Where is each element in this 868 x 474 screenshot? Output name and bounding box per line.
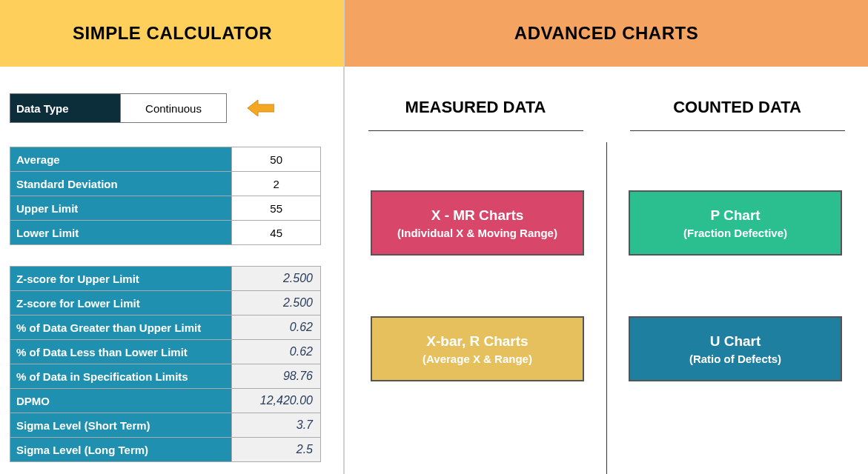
datatype-dropdown[interactable]: Continuous [121, 93, 227, 123]
pless-value: 0.62 [232, 340, 321, 364]
lower-limit-label: Lower Limit [10, 221, 232, 245]
p-title: P Chart [710, 207, 760, 224]
input-table: Average50 Standard Deviation2 Upper Limi… [10, 147, 321, 245]
zupper-value: 2.500 [232, 267, 321, 291]
average-label: Average [10, 147, 232, 172]
counted-section: COUNTED DATA [606, 98, 868, 131]
sigmashort-label: Sigma Level (Short Term) [10, 413, 232, 438]
table-row: Average50 [10, 147, 321, 172]
xmr-charts-button[interactable]: X - MR Charts (Individual X & Moving Ran… [371, 190, 584, 256]
arrow-left-icon [248, 99, 274, 118]
u-chart-button[interactable]: U Chart (Ratio of Defects) [629, 316, 842, 381]
measured-section: MEASURED DATA [345, 98, 606, 131]
datatype-row: Data Type Continuous [10, 93, 345, 123]
table-row: Upper Limit55 [10, 196, 321, 221]
pinspec-value: 98.76 [232, 364, 321, 389]
simple-calculator-header: SIMPLE CALCULATOR [0, 0, 345, 67]
pgreater-value: 0.62 [232, 316, 321, 340]
measured-data-title: MEASURED DATA [345, 98, 606, 117]
calc-table: Z-score for Upper Limit2.500 Z-score for… [10, 266, 321, 462]
xmr-subtitle: (Individual X & Moving Range) [397, 227, 557, 239]
xbar-r-charts-button[interactable]: X-bar, R Charts (Average X & Range) [371, 316, 584, 381]
pless-label: % of Data Less than Lower Limit [10, 340, 232, 364]
dpmo-value: 12,420.00 [232, 389, 321, 413]
pgreater-label: % of Data Greater than Upper Limit [10, 316, 232, 340]
upper-limit-input[interactable]: 55 [232, 196, 321, 221]
counted-underline [630, 130, 845, 131]
p-chart-button[interactable]: P Chart (Fraction Defective) [629, 190, 842, 256]
u-subtitle: (Ratio of Defects) [689, 353, 781, 365]
pinspec-label: % of Data in Specification Limits [10, 364, 232, 389]
counted-data-title: COUNTED DATA [606, 98, 868, 117]
dpmo-label: DPMO [10, 389, 232, 413]
xmr-title: X - MR Charts [431, 207, 524, 224]
table-row: % of Data Less than Lower Limit0.62 [10, 340, 321, 364]
u-title: U Chart [710, 333, 761, 350]
sigmalong-value: 2.5 [232, 438, 321, 462]
right-panel: ADVANCED CHARTS MEASURED DATA COUNTED DA… [345, 0, 868, 474]
table-row: Z-score for Upper Limit2.500 [10, 267, 321, 291]
table-row: % of Data in Specification Limits98.76 [10, 364, 321, 389]
sigmashort-value: 3.7 [232, 413, 321, 438]
table-row: Z-score for Lower Limit2.500 [10, 291, 321, 316]
upper-limit-label: Upper Limit [10, 196, 232, 221]
lower-limit-input[interactable]: 45 [232, 221, 321, 245]
table-row: Sigma Level (Long Term)2.5 [10, 438, 321, 462]
datatype-label: Data Type [10, 93, 121, 123]
left-panel: SIMPLE CALCULATOR Data Type Continuous A… [0, 0, 345, 474]
xbar-title: X-bar, R Charts [426, 333, 528, 350]
stddev-label: Standard Deviation [10, 172, 232, 196]
p-subtitle: (Fraction Defective) [683, 227, 787, 239]
xbar-subtitle: (Average X & Range) [423, 353, 532, 365]
zupper-label: Z-score for Upper Limit [10, 267, 232, 291]
table-row: % of Data Greater than Upper Limit0.62 [10, 316, 321, 340]
zlower-label: Z-score for Lower Limit [10, 291, 232, 316]
table-row: Standard Deviation2 [10, 172, 321, 196]
zlower-value: 2.500 [232, 291, 321, 316]
stddev-input[interactable]: 2 [232, 172, 321, 196]
table-row: Lower Limit45 [10, 221, 321, 245]
sigmalong-label: Sigma Level (Long Term) [10, 438, 232, 462]
advanced-charts-header: ADVANCED CHARTS [345, 0, 868, 67]
table-row: Sigma Level (Short Term)3.7 [10, 413, 321, 438]
section-titles: MEASURED DATA COUNTED DATA [345, 98, 868, 131]
average-input[interactable]: 50 [232, 147, 321, 172]
vertical-section-divider [606, 142, 607, 474]
table-row: DPMO12,420.00 [10, 389, 321, 413]
measured-underline [368, 130, 583, 131]
